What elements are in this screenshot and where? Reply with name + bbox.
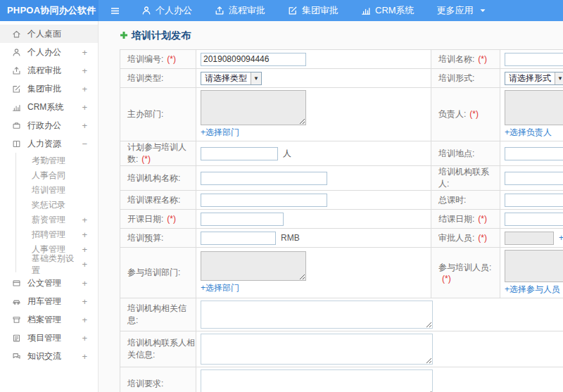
expand-icon[interactable]: + [82,230,87,239]
nav-item-CRM系统[interactable]: CRM系统 [361,4,415,17]
field-label-text: 培训形式: [438,73,474,83]
nav-item-个人办公[interactable]: 个人办公 [141,4,192,17]
participants-box[interactable] [505,250,563,282]
expand-icon[interactable]: + [82,334,87,343]
host-department-box-label: 主办部门: [120,88,196,141]
sidebar-item-用车管理[interactable]: 用车管理+ [0,292,98,310]
expand-icon[interactable]: + [82,66,87,75]
sidebar-subitem-招聘管理[interactable]: 招聘管理+ [0,227,98,242]
sidebar-item-label: 档案管理 [27,314,61,326]
sidebar-subitem-考勤管理[interactable]: 考勤管理 [0,153,98,168]
expand-icon[interactable]: + [82,103,87,112]
sidebar-item-档案管理[interactable]: 档案管理+ [0,310,98,329]
participants-box-link[interactable]: +选择参与人员 [505,284,560,296]
nav-item-更多应用[interactable]: 更多应用 [437,4,488,17]
course-name-input[interactable] [201,194,327,207]
field-label-text: 培训机构名称: [127,173,180,183]
edit-icon [12,84,21,94]
expand-icon[interactable]: + [82,279,87,288]
training-form-select-value: 请选择形式 [505,72,555,84]
collapse-icon[interactable]: − [82,139,87,148]
sidebar-item-项目管理[interactable]: 项目管理+ [0,329,98,347]
nav-item-流程审批[interactable]: 流程审批 [215,4,265,17]
field-cell [196,166,431,191]
training-type-select[interactable]: 请选择类型▼ [201,72,262,85]
sidebar-subitem-基础类别设置[interactable]: 基础类别设置+ [0,257,98,272]
nav-item-label: CRM系统 [375,4,415,17]
form-row: 开课日期:(*)结课日期:(*) [120,210,563,229]
menu-toggle-button[interactable] [110,6,120,16]
host-department-box[interactable] [201,90,306,125]
leader-box-link[interactable]: +选择负责人 [505,127,552,139]
field-cell [500,210,563,229]
approver-box-link[interactable]: +选择审批人员 [559,232,563,244]
expand-icon[interactable]: + [82,48,87,57]
app-logo: PHPOA协同办公软件 [0,0,99,21]
expand-icon[interactable]: + [82,297,87,306]
budget-input[interactable] [201,232,276,245]
field-cell: 请选择类型▼ [196,69,431,88]
expand-icon[interactable]: + [82,84,87,94]
sidebar-subitem-薪资管理[interactable]: 薪资管理+ [0,213,98,227]
planned-participants-input[interactable] [201,147,278,160]
hr-icon [12,139,21,148]
training-requirements-textarea[interactable] [201,369,433,392]
sidebar: 个人桌面个人办公+流程审批+集团审批+CRM系统+行政办公+人力资源−考勤管理人… [0,21,99,392]
sidebar-subitem-label: 培训管理 [32,184,65,196]
training-plan-form: 培训编号:(*)培训名称:(*)培训类型:请选择类型▼培训形式:请选择形式▼主办… [120,49,563,392]
upload-icon [215,6,224,15]
sidebar-item-个人办公[interactable]: 个人办公+ [0,43,98,61]
host-department-box-link[interactable]: +选择部门 [201,127,239,139]
approver-box[interactable] [505,232,554,245]
sidebar-subitem-奖惩记录[interactable]: 奖惩记录 [0,198,98,213]
sidebar-subitem-人事合同[interactable]: 人事合同 [0,168,98,183]
agency-name-input[interactable] [201,172,327,185]
planned-participants-input-label: 计划参与培训人数:(*) [120,141,196,166]
sidebar-subitem-培训管理[interactable]: 培训管理 [0,183,98,198]
expand-icon[interactable]: + [82,352,87,361]
upload-icon [12,66,21,75]
budget-input-suffix: RMB [281,233,300,243]
agency-contact-input[interactable] [505,172,563,185]
agency-info-textarea[interactable] [201,301,433,329]
participating-departments-box-label: 参与培训部门: [120,248,196,298]
training-no-input[interactable] [201,53,306,66]
training-type-select-label: 培训类型: [120,69,196,88]
required-mark: (*) [167,54,176,64]
expand-icon[interactable]: + [82,215,87,225]
sidebar-item-公文管理[interactable]: 公文管理+ [0,274,98,292]
field-cell: +选择部门 [196,88,431,141]
sidebar-item-label: 流程审批 [27,65,61,77]
leader-box[interactable] [505,90,563,125]
training-form-select[interactable]: 请选择形式▼ [505,72,563,85]
expand-icon[interactable]: + [82,121,87,130]
expand-icon[interactable]: + [82,245,87,254]
sidebar-item-知识交流[interactable]: 知识交流+ [0,347,98,365]
field-cell: +选择审批人员 [500,229,563,248]
planned-participants-input-suffix: 人 [283,148,291,160]
end-date-input[interactable] [505,213,563,226]
participating-departments-box[interactable] [201,251,306,281]
agency-contact-info-textarea[interactable] [201,334,433,365]
agency-name-input-label: 培训机构名称: [120,166,196,191]
field-cell [196,50,431,69]
nav-item-label: 更多应用 [437,4,474,17]
nav-item-集团审批[interactable]: 集团审批 [288,4,339,17]
page-title: 培训计划发布 [120,30,563,42]
start-date-input[interactable] [201,213,284,226]
field-label-text: 培训预算: [127,233,163,243]
total-hours-input[interactable] [505,194,563,207]
field-label-text: 总课时: [438,195,466,205]
training-name-input[interactable] [505,53,563,66]
expand-icon[interactable]: + [82,260,87,269]
sidebar-item-人力资源[interactable]: 人力资源− [0,134,98,153]
sidebar-item-个人桌面[interactable]: 个人桌面 [0,25,98,43]
participating-departments-box-link[interactable]: +选择部门 [201,282,239,294]
sidebar-item-CRM系统[interactable]: CRM系统+ [0,98,98,116]
field-cell [196,331,563,367]
sidebar-item-集团审批[interactable]: 集团审批+ [0,80,98,98]
sidebar-item-行政办公[interactable]: 行政办公+ [0,116,98,134]
training-location-input[interactable] [505,147,563,160]
expand-icon[interactable]: + [82,315,87,324]
sidebar-item-流程审批[interactable]: 流程审批+ [0,61,98,80]
